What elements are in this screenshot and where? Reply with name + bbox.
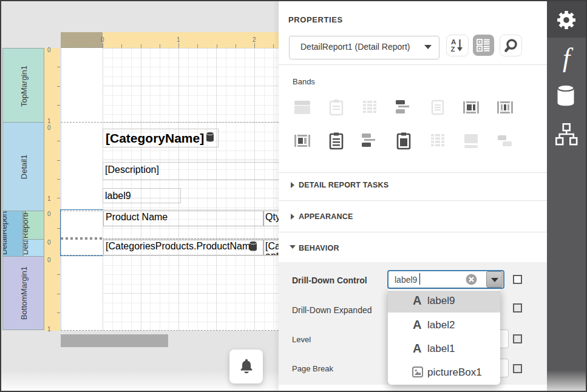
svg-text:A: A [451, 38, 456, 46]
svg-text:Z: Z [451, 46, 455, 53]
